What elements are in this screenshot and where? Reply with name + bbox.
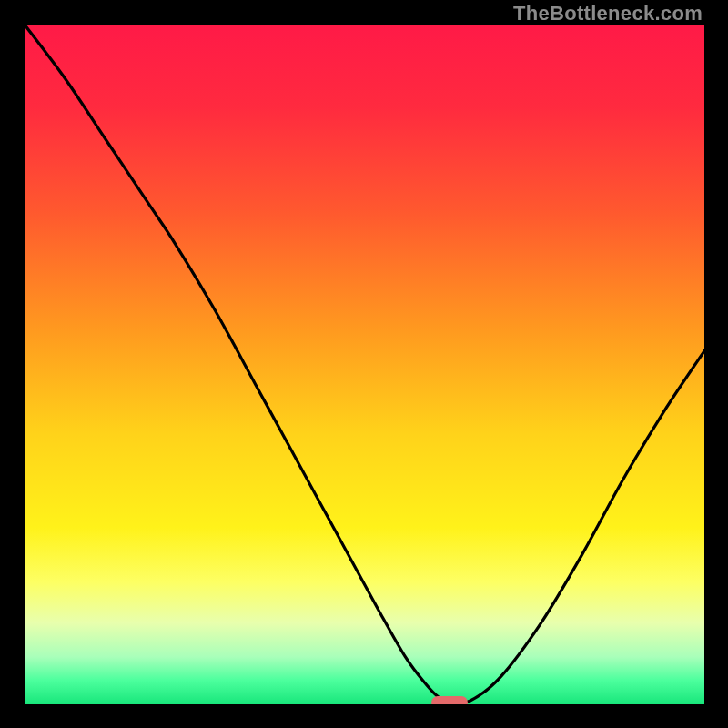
bottleneck-curve (25, 25, 704, 704)
optimal-marker (431, 696, 468, 704)
chart-frame: TheBottleneck.com (0, 0, 728, 728)
plot-area (25, 25, 704, 704)
watermark-text: TheBottleneck.com (513, 2, 703, 25)
